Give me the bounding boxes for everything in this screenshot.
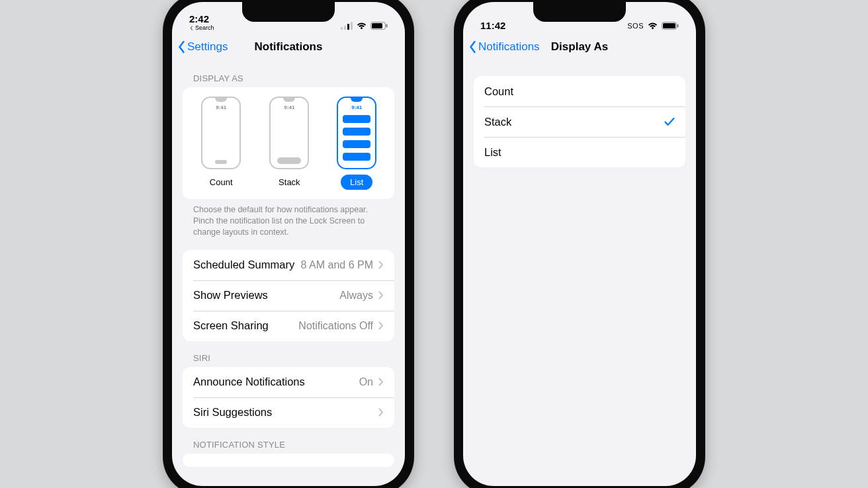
svg-rect-2 xyxy=(347,24,349,30)
nav-back-label: Notifications xyxy=(478,40,540,54)
chevron-left-icon xyxy=(189,26,194,30)
settings-group-1: Scheduled Summary 8 AM and 6 PM Show Pre… xyxy=(183,250,394,341)
display-as-card: 9:41 Count 9:41 Stack xyxy=(183,87,394,199)
row-label: Scheduled Summary xyxy=(193,259,294,271)
nav-back-button[interactable]: Settings xyxy=(177,40,228,54)
phone-right: 11:42 SOS Notifications Display As xyxy=(454,0,705,488)
svg-rect-1 xyxy=(344,26,346,30)
row-value: Always xyxy=(339,290,373,302)
section-header-notification-style: NOTIFICATION STYLE xyxy=(172,428,405,454)
display-as-list: Count Stack List xyxy=(474,76,685,167)
chevron-right-icon xyxy=(378,261,384,269)
status-time: 11:42 xyxy=(480,20,505,31)
svg-rect-9 xyxy=(677,24,679,28)
row-siri-suggestions[interactable]: Siri Suggestions xyxy=(183,397,394,428)
row-value: 8 AM and 6 PM xyxy=(301,259,373,271)
mini-preview-list: 9:41 xyxy=(337,97,376,169)
nav-back-label: Settings xyxy=(187,40,228,54)
svg-rect-5 xyxy=(372,23,382,28)
checkmark-icon xyxy=(664,117,675,126)
row-label: Screen Sharing xyxy=(193,319,269,332)
option-list[interactable]: List xyxy=(474,137,685,167)
option-label: List xyxy=(484,146,501,159)
nav-bar: Settings Notifications xyxy=(172,32,405,61)
row-announce-notifications[interactable]: Announce Notifications On xyxy=(183,367,394,397)
screen-right: 11:42 SOS Notifications Display As xyxy=(463,2,696,486)
battery-icon xyxy=(370,22,388,30)
nav-title: Display As xyxy=(551,40,608,54)
display-option-stack[interactable]: 9:41 Stack xyxy=(269,97,310,190)
wifi-icon xyxy=(647,22,658,30)
svg-rect-0 xyxy=(341,27,343,30)
svg-rect-3 xyxy=(351,22,353,30)
display-option-count[interactable]: 9:41 Count xyxy=(200,97,242,190)
option-label: Stack xyxy=(484,116,511,128)
svg-rect-8 xyxy=(663,23,675,28)
section-header-display-as: DISPLAY AS xyxy=(172,61,405,87)
option-stack[interactable]: Stack xyxy=(474,106,685,137)
option-label: Count xyxy=(484,85,513,98)
chevron-right-icon xyxy=(378,321,384,330)
cellular-icon xyxy=(341,22,353,30)
nav-bar: Notifications Display As xyxy=(463,32,696,61)
nav-back-button[interactable]: Notifications xyxy=(468,40,540,54)
row-screen-sharing[interactable]: Screen Sharing Notifications Off xyxy=(183,311,394,341)
row-label: Show Previews xyxy=(193,289,268,302)
display-option-count-label: Count xyxy=(200,175,242,190)
content[interactable]: DISPLAY AS 9:41 Count 9:41 xyxy=(172,61,405,486)
row-label: Siri Suggestions xyxy=(193,406,272,419)
display-option-list-label: List xyxy=(341,175,372,190)
notch xyxy=(242,2,335,22)
status-time: 2:42 xyxy=(189,13,209,24)
settings-group-siri: Announce Notifications On Siri Suggestio… xyxy=(183,367,394,428)
chevron-right-icon xyxy=(378,378,384,386)
svg-rect-6 xyxy=(386,24,388,28)
content[interactable]: Count Stack List xyxy=(463,61,696,486)
section-header-siri: SIRI xyxy=(172,341,405,367)
battery-icon xyxy=(662,22,679,30)
breadcrumb-back-search[interactable]: Search xyxy=(189,24,214,31)
phone-left: 2:42 Search Settin xyxy=(163,0,414,488)
option-count[interactable]: Count xyxy=(474,76,685,106)
display-option-stack-label: Stack xyxy=(269,175,310,190)
chevron-left-icon xyxy=(468,40,477,54)
nav-title: Notifications xyxy=(255,40,323,54)
row-value: On xyxy=(359,376,373,388)
row-value: Notifications Off xyxy=(298,320,373,332)
status-carrier-sos: SOS xyxy=(627,22,644,30)
row-scheduled-summary[interactable]: Scheduled Summary 8 AM and 6 PM xyxy=(183,250,394,280)
mini-preview-stack: 9:41 xyxy=(269,97,309,169)
screen-left: 2:42 Search Settin xyxy=(172,2,405,486)
display-option-list[interactable]: 9:41 List xyxy=(337,97,376,190)
display-as-footer: Choose the default for how notifications… xyxy=(172,199,405,241)
row-label: Announce Notifications xyxy=(193,376,305,388)
mini-preview-count: 9:41 xyxy=(201,97,241,169)
chevron-right-icon xyxy=(378,291,384,300)
wifi-icon xyxy=(356,22,367,30)
chevron-left-icon xyxy=(177,40,186,54)
row-show-previews[interactable]: Show Previews Always xyxy=(183,280,394,311)
settings-group-style-peek xyxy=(183,454,394,467)
notch xyxy=(533,2,626,22)
chevron-right-icon xyxy=(378,408,384,417)
